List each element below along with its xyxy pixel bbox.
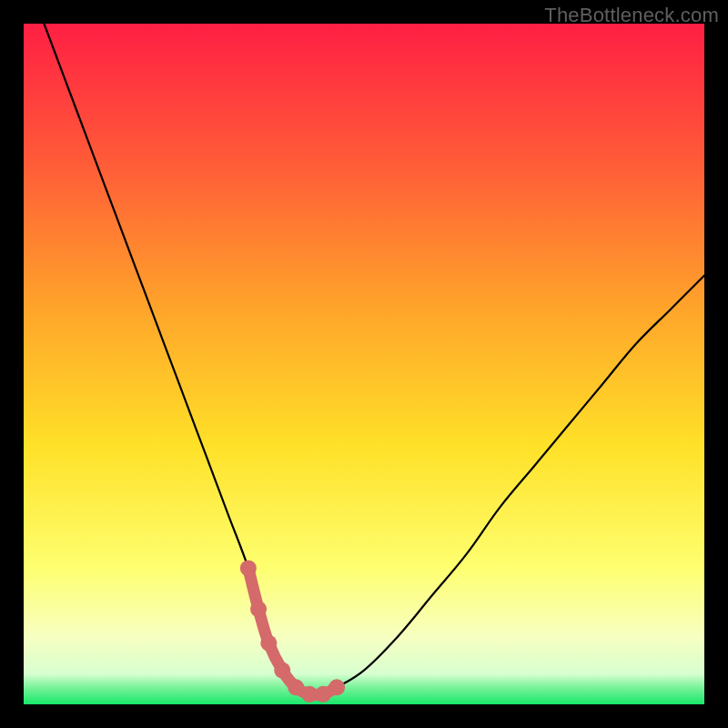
highlight-dot <box>260 635 277 652</box>
optimal-region-highlight <box>248 568 337 694</box>
highlight-dot <box>250 601 267 617</box>
plot-area <box>24 24 704 704</box>
highlight-dot <box>240 560 257 576</box>
bottleneck-curve <box>44 24 704 695</box>
curve-layer <box>24 24 704 704</box>
watermark-text: TheBottleneck.com <box>544 4 719 27</box>
highlight-dot <box>274 662 290 679</box>
chart-frame: TheBottleneck.com <box>0 0 728 728</box>
highlight-dot <box>329 679 345 695</box>
